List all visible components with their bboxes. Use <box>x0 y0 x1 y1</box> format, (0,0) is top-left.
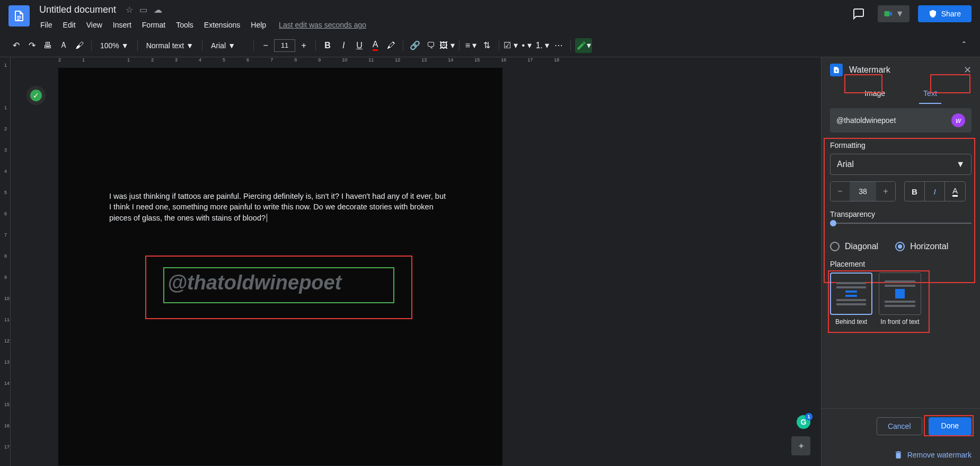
outline-button[interactable]: ✓ <box>27 86 46 105</box>
zoom-value: 100% <box>100 41 119 50</box>
last-edit-link[interactable]: Last edit was seconds ago <box>277 19 368 31</box>
watermark-panel: Watermark ✕ Image Text w Formatting Aria… <box>821 57 980 466</box>
tab-image[interactable]: Image <box>856 83 894 104</box>
vertical-ruler: 11234567891011121314151617 <box>0 57 11 466</box>
transparency-label: Transparency <box>830 210 972 218</box>
trash-icon <box>894 450 903 460</box>
horizontal-label: Horizontal <box>910 242 948 251</box>
content-area: 11234567891011121314151617 2112345678910… <box>0 57 980 466</box>
move-icon[interactable]: ▭ <box>139 5 147 15</box>
watermark-size-dec[interactable]: − <box>831 182 850 201</box>
watermark-size-input[interactable] <box>850 182 876 201</box>
bullet-list-button[interactable]: • ▾ <box>519 38 534 53</box>
checklist-button[interactable]: ☑ ▾ <box>504 38 518 53</box>
placement-front[interactable]: In front of text <box>879 272 921 326</box>
watermark-italic[interactable]: I <box>925 182 945 201</box>
chevron-down-icon: ▼ <box>956 160 965 169</box>
document-title[interactable]: Untitled document <box>36 3 119 16</box>
more-button[interactable]: ⋯ <box>551 38 566 53</box>
comment-button[interactable]: 🗨 <box>423 38 438 53</box>
share-button[interactable]: Share <box>918 5 972 22</box>
toolbar: ↶ ↷ 🖶 Ａ 🖌 100% ▼ Normal text ▼ Arial ▼ −… <box>0 34 980 57</box>
orientation-diagonal[interactable]: Diagonal <box>830 242 878 251</box>
svg-rect-1 <box>17 17 21 19</box>
cancel-button[interactable]: Cancel <box>877 417 922 435</box>
orientation-horizontal[interactable]: Horizontal <box>895 242 948 251</box>
font-value: Arial <box>211 41 226 50</box>
style-select[interactable]: Normal text ▼ <box>142 39 198 52</box>
watermark-color[interactable]: A <box>945 182 965 201</box>
font-size-dec[interactable]: − <box>258 38 273 53</box>
watermark-size-inc[interactable]: + <box>876 182 895 201</box>
menu-file[interactable]: File <box>36 19 57 31</box>
zoom-select[interactable]: 100% ▼ <box>96 39 133 52</box>
panel-title: Watermark <box>849 65 957 75</box>
editor-area: 21123456789101112131415161718 ✓ I was ju… <box>11 57 821 466</box>
text-color-button[interactable]: A <box>368 38 383 53</box>
link-button[interactable]: 🔗 <box>408 38 422 53</box>
comments-icon[interactable] <box>848 3 869 24</box>
style-value: Normal text <box>146 41 184 50</box>
image-button[interactable]: 🖼 ▾ <box>439 38 454 53</box>
redo-button[interactable]: ↷ <box>24 38 39 53</box>
header: Untitled document ☆ ▭ ☁ File Edit View I… <box>0 0 980 34</box>
font-size-input[interactable] <box>274 39 295 52</box>
diagonal-label: Diagonal <box>845 242 878 251</box>
star-icon[interactable]: ☆ <box>126 5 133 15</box>
spellcheck-button[interactable]: Ａ <box>56 38 71 53</box>
menu-edit[interactable]: Edit <box>59 19 80 31</box>
menu-bar: File Edit View Insert Format Tools Exten… <box>36 19 848 31</box>
underline-button[interactable]: U <box>352 38 367 53</box>
print-button[interactable]: 🖶 <box>40 38 55 53</box>
collapse-toolbar-button[interactable]: ˆ <box>957 38 972 53</box>
meet-button[interactable]: ▼ <box>878 5 910 22</box>
line-spacing-button[interactable]: ⇅ <box>480 38 495 53</box>
editing-mode-button[interactable]: ▾ <box>575 38 592 53</box>
document-body-text[interactable]: I was just thinking if tattoos are painf… <box>109 191 448 223</box>
watermark-preview: @thatoldwinepoet <box>167 271 341 294</box>
watermark-text-input[interactable] <box>836 116 951 125</box>
placement-front-label: In front of text <box>879 318 921 326</box>
font-select[interactable]: Arial ▼ <box>207 39 249 52</box>
italic-button[interactable]: I <box>336 38 351 53</box>
highlight-button[interactable]: 🖍 <box>384 38 399 53</box>
remove-watermark-label: Remove watermark <box>907 451 972 459</box>
align-button[interactable]: ≡ ▾ <box>464 38 479 53</box>
document-page[interactable]: I was just thinking if tattoos are painf… <box>58 68 502 465</box>
watermark-bold[interactable]: B <box>905 182 925 201</box>
paint-format-button[interactable]: 🖌 <box>72 38 87 53</box>
menu-extensions[interactable]: Extensions <box>200 19 244 31</box>
bold-button[interactable]: B <box>320 38 335 53</box>
svg-rect-2 <box>17 19 20 20</box>
docs-logo-icon[interactable] <box>8 5 30 27</box>
share-label: Share <box>941 10 961 18</box>
grammarly-badge: 1 <box>805 413 813 420</box>
placement-behind-label: Behind text <box>830 318 872 326</box>
title-area: Untitled document ☆ ▭ ☁ File Edit View I… <box>36 3 848 31</box>
formatting-label: Formatting <box>830 141 972 150</box>
watermark-text-field[interactable]: w <box>830 108 972 133</box>
undo-button[interactable]: ↶ <box>8 38 23 53</box>
explore-button[interactable]: ✦ <box>791 436 810 455</box>
number-list-button[interactable]: 1. ▾ <box>535 38 550 53</box>
done-button[interactable]: Done <box>929 417 972 435</box>
font-size-inc[interactable]: + <box>296 38 311 53</box>
menu-insert[interactable]: Insert <box>109 19 136 31</box>
cloud-icon[interactable]: ☁ <box>154 5 162 15</box>
horizontal-ruler: 21123456789101112131415161718 <box>11 57 821 66</box>
grammarly-icon[interactable]: G1 <box>797 415 810 429</box>
menu-help[interactable]: Help <box>246 19 270 31</box>
menu-format[interactable]: Format <box>138 19 170 31</box>
close-panel-button[interactable]: ✕ <box>964 64 972 76</box>
tab-text[interactable]: Text <box>915 83 946 104</box>
watermark-font-value: Arial <box>837 160 854 169</box>
watermark-font-select[interactable]: Arial ▼ <box>830 154 972 175</box>
remove-watermark-button[interactable]: Remove watermark <box>822 444 980 466</box>
placement-behind[interactable]: Behind text <box>830 272 872 326</box>
menu-tools[interactable]: Tools <box>172 19 198 31</box>
menu-view[interactable]: View <box>82 19 107 31</box>
transparency-slider[interactable] <box>830 223 972 233</box>
avatar-icon: w <box>951 113 965 127</box>
svg-rect-3 <box>884 11 889 16</box>
watermark-panel-icon <box>830 64 843 76</box>
